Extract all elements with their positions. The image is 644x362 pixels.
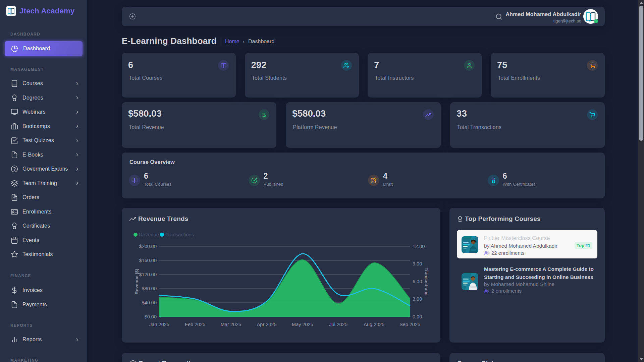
svg-text:Transactions: Transactions — [165, 232, 194, 237]
svg-text:Sep 2025: Sep 2025 — [399, 322, 420, 327]
svg-text:Revenue: Revenue — [139, 232, 159, 237]
svg-text:Transactions: Transactions — [424, 267, 429, 295]
svg-text:Feb 2025: Feb 2025 — [185, 322, 205, 327]
svg-text:0.00: 0.00 — [413, 314, 422, 319]
svg-text:12.00: 12.00 — [413, 244, 425, 249]
svg-text:$40.00: $40.00 — [142, 300, 157, 305]
svg-text:$200.00: $200.00 — [139, 244, 157, 249]
svg-text:3.00: 3.00 — [413, 296, 422, 302]
svg-text:$80.00: $80.00 — [142, 286, 157, 291]
svg-text:6.00: 6.00 — [413, 279, 422, 284]
svg-text:$0.00: $0.00 — [145, 314, 157, 319]
svg-text:Aug 2025: Aug 2025 — [364, 322, 384, 327]
svg-text:Apr 2025: Apr 2025 — [257, 322, 277, 327]
svg-text:May 2025: May 2025 — [292, 322, 313, 327]
svg-text:$120.00: $120.00 — [139, 272, 157, 277]
svg-text:9.00: 9.00 — [413, 261, 422, 266]
svg-text:Revenue ($): Revenue ($) — [134, 269, 139, 295]
svg-text:Jan 2025: Jan 2025 — [149, 322, 169, 327]
svg-text:$160.00: $160.00 — [139, 258, 157, 263]
svg-text:Mar 2025: Mar 2025 — [221, 322, 241, 327]
svg-text:Jul 2025: Jul 2025 — [329, 322, 347, 327]
